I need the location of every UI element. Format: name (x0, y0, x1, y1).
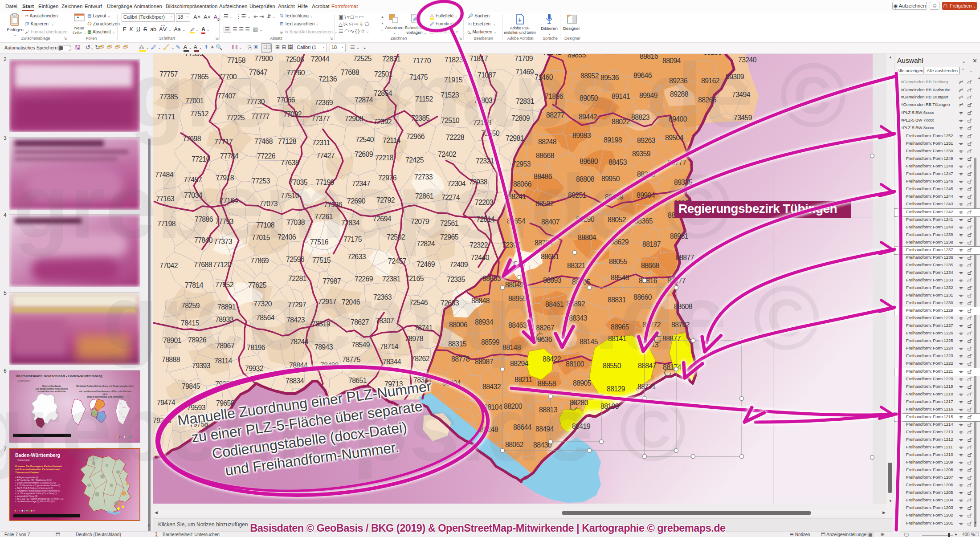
svg-text:72402: 72402 (438, 151, 456, 158)
svg-text:71709: 71709 (514, 55, 533, 62)
svg-text:78891: 78891 (217, 303, 236, 311)
svg-text:77784: 77784 (220, 152, 239, 160)
svg-text:88599: 88599 (481, 338, 500, 346)
svg-text:88592: 88592 (535, 200, 554, 207)
svg-text:77261: 77261 (314, 213, 333, 220)
svg-text:88277: 88277 (546, 111, 564, 119)
svg-text:77136: 77136 (324, 201, 343, 208)
svg-text:77793: 77793 (215, 218, 234, 225)
svg-text:72831: 72831 (516, 98, 535, 105)
svg-text:88803: 88803 (482, 275, 501, 282)
svg-text:72218: 72218 (375, 154, 394, 162)
svg-text:89504: 89504 (665, 134, 684, 142)
svg-text:72966: 72966 (406, 133, 425, 140)
svg-text:71896: 71896 (545, 93, 564, 100)
svg-text:72322: 72322 (470, 241, 488, 249)
svg-text:72834: 72834 (341, 219, 360, 227)
svg-text:71523: 71523 (441, 91, 459, 99)
svg-text:72228: 72228 (446, 134, 465, 141)
svg-text:89162: 89162 (701, 77, 719, 85)
svg-text:77108: 77108 (256, 221, 275, 229)
svg-text:72633: 72633 (347, 253, 366, 260)
svg-text:72694: 72694 (373, 215, 392, 223)
svg-text:88892: 88892 (567, 300, 585, 308)
svg-text:77698: 77698 (183, 135, 201, 142)
svg-text:88848: 88848 (471, 297, 490, 305)
svg-text:72369: 72369 (314, 99, 333, 106)
svg-text:88808: 88808 (576, 175, 595, 183)
svg-text:77198: 77198 (157, 220, 176, 228)
svg-text:77001: 77001 (185, 97, 204, 105)
svg-text:72981: 72981 (506, 134, 524, 142)
svg-text:88494: 88494 (535, 425, 554, 433)
svg-text:72550: 72550 (481, 130, 500, 137)
svg-text:72976: 72976 (378, 174, 397, 182)
svg-text:88987: 88987 (475, 358, 493, 366)
svg-text:72469: 72469 (416, 260, 435, 268)
svg-text:88174: 88174 (663, 363, 682, 371)
svg-text:89536: 89536 (600, 74, 619, 81)
svg-text:78519: 78519 (312, 320, 331, 328)
svg-text:72690: 72690 (347, 197, 366, 205)
svg-text:72596: 72596 (286, 256, 305, 263)
svg-text:89236: 89236 (669, 77, 688, 85)
svg-text:88877: 88877 (662, 335, 681, 342)
svg-text:72831: 72831 (382, 55, 401, 63)
svg-text:88893: 88893 (543, 277, 562, 284)
svg-text:88654: 88654 (507, 217, 526, 225)
svg-text:72409: 72409 (449, 261, 468, 268)
svg-text:89983: 89983 (572, 132, 591, 139)
svg-text:88558: 88558 (538, 380, 556, 387)
svg-text:79393: 79393 (192, 362, 211, 370)
svg-text:78933: 78933 (215, 316, 234, 323)
svg-text:72114: 72114 (383, 137, 401, 144)
svg-text:72440: 72440 (471, 254, 490, 261)
svg-text:77730: 77730 (246, 98, 265, 106)
svg-text:77164: 77164 (220, 197, 238, 204)
svg-text:77688: 77688 (194, 261, 212, 268)
svg-text:88778: 88778 (451, 355, 470, 363)
svg-text:72525: 72525 (353, 55, 372, 62)
svg-text:88407: 88407 (541, 218, 559, 226)
svg-text:77320: 77320 (253, 300, 272, 308)
svg-text:78423: 78423 (286, 316, 305, 324)
svg-text:88550: 88550 (603, 362, 621, 370)
svg-text:72079: 72079 (411, 218, 429, 225)
svg-text:77210: 77210 (192, 155, 210, 163)
svg-text:88713: 88713 (640, 341, 659, 349)
svg-text:71803: 71803 (474, 97, 493, 104)
svg-text:78844: 78844 (289, 362, 308, 369)
svg-text:77688: 77688 (341, 69, 359, 76)
svg-text:72128: 72128 (473, 119, 492, 126)
svg-text:77516: 77516 (310, 238, 329, 246)
svg-text:77128: 77128 (278, 138, 297, 145)
svg-text:88187: 88187 (642, 240, 661, 248)
svg-text:72814: 72814 (476, 216, 495, 223)
svg-text:77869: 77869 (250, 257, 269, 264)
svg-text:72363: 72363 (373, 293, 392, 301)
svg-text:89855: 89855 (568, 54, 586, 59)
svg-text:78834: 78834 (286, 377, 304, 385)
svg-text:88905: 88905 (573, 379, 592, 387)
svg-text:71087: 71087 (478, 71, 496, 79)
svg-text:72281: 72281 (288, 275, 307, 282)
svg-text:77918: 77918 (216, 174, 234, 182)
svg-text:89950: 89950 (601, 175, 620, 183)
svg-text:72603: 72603 (441, 299, 459, 307)
svg-text:73240: 73240 (738, 56, 757, 64)
svg-text:72965: 72965 (440, 233, 459, 241)
svg-text:88831: 88831 (608, 296, 626, 304)
svg-text:77175: 77175 (343, 236, 362, 243)
svg-text:78967: 78967 (216, 342, 234, 350)
svg-text:88100: 88100 (566, 360, 584, 368)
svg-text:77297: 77297 (288, 301, 306, 309)
svg-text:72311: 72311 (312, 139, 331, 146)
svg-text:88702: 88702 (671, 321, 690, 329)
svg-text:79474: 79474 (157, 399, 176, 407)
svg-text:89680: 89680 (580, 158, 598, 165)
svg-text:72304: 72304 (447, 180, 466, 187)
svg-text:77599: 77599 (185, 54, 204, 57)
svg-text:78978: 78978 (405, 335, 424, 342)
svg-text:78259: 78259 (181, 302, 200, 309)
svg-text:77260: 77260 (286, 69, 305, 77)
